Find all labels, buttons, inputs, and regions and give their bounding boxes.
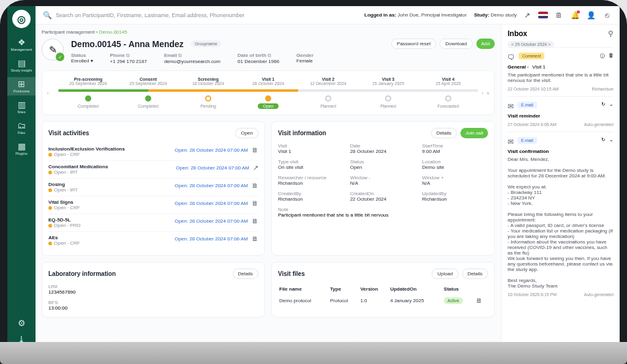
inbox-message[interactable]: ✉E-mail↻⌄ Visit reminder 27 October 2024… <box>508 96 614 132</box>
delete-icon[interactable]: 🗑 <box>609 53 614 59</box>
inbox-message[interactable]: 🗨Commentⓘ🗑 General · Visit 1 The partici… <box>508 47 614 96</box>
visit-activities-card: Visit activitiesOpen Inclusion/Exclusion… <box>42 121 265 256</box>
study-label: Study: <box>474 12 489 18</box>
dob-label: Date of birth ⧉ <box>238 53 279 59</box>
timeline-node[interactable] <box>265 95 271 102</box>
lrn-label: LR# <box>48 284 258 289</box>
bfs-value: 13:00:00 <box>48 305 258 311</box>
search-placeholder: Search on ParticipantID, Firstname, Last… <box>56 12 244 18</box>
logo: ◎ <box>12 10 31 28</box>
activity-action-icon[interactable]: 🗎 <box>252 217 258 225</box>
inbox-date[interactable]: < 29 October 2024 > <box>508 41 554 48</box>
inbox-message[interactable]: ✉E-mail↻⌄ Visit confirmation Dear Mrs. M… <box>508 132 614 302</box>
chevron-down-icon[interactable]: ⌄ <box>609 102 614 107</box>
lab-details-button[interactable]: Details <box>233 269 258 279</box>
activity-row[interactable]: AEsOpen · CRF Open: 28 October 2024 07:0… <box>48 232 258 249</box>
study-value: Demo study <box>490 12 517 18</box>
chevron-down-icon[interactable]: ⌄ <box>609 137 614 143</box>
refresh-icon[interactable]: ↻ <box>601 102 606 107</box>
activity-row[interactable]: Inclusion/Exclusion VerificationsOpen · … <box>48 143 258 161</box>
breadcrumb-current: Demo.00145 <box>99 29 127 35</box>
file-row[interactable]: Demo protocolProtocol1.04 January 2025Ac… <box>278 294 488 306</box>
timeline-end[interactable]: » <box>487 91 489 95</box>
phone-label: Phone ⧉ <box>110 53 147 59</box>
timeline-prev[interactable]: ‹ <box>47 91 48 95</box>
note-label: Note <box>278 207 488 212</box>
user-icon[interactable]: 👤 <box>585 10 596 21</box>
external-link-icon[interactable]: ↗ <box>522 10 533 21</box>
activity-row[interactable]: EQ-5D-5LOpen · PRO Open: 28 October 2024… <box>48 214 258 232</box>
message-tag: E-mail <box>517 102 537 108</box>
window-icon: ⊞ <box>18 80 25 88</box>
status-badge: ✓ <box>56 53 64 61</box>
nav-finclusive[interactable]: ⊞Finclusive <box>7 77 36 95</box>
inbox-panel: Inbox⚲ < 29 October 2024 > 🗨Commentⓘ🗑 Ge… <box>501 24 620 346</box>
status-value[interactable]: Enrolled ▾ <box>71 58 93 64</box>
nav-files[interactable]: 🗂Files <box>7 119 36 137</box>
phone-value: +1 294 170 2187 <box>110 59 147 64</box>
timeline-next[interactable]: › <box>482 91 483 95</box>
download-button[interactable]: Download <box>440 39 473 49</box>
copy-icon[interactable]: ⧉ <box>178 53 182 58</box>
files-table: File nameTypeVersionUpdatedOnStatus Demo… <box>278 284 488 306</box>
upload-file-button[interactable]: Upload <box>432 269 458 279</box>
timeline-node[interactable] <box>325 95 331 102</box>
sites-icon: ▥ <box>18 100 26 109</box>
visit-details-button[interactable]: Details <box>431 128 457 138</box>
info-icon[interactable]: ⓘ <box>600 53 605 59</box>
activity-action-icon[interactable]: 🗎 <box>252 235 258 242</box>
add-button[interactable]: Add <box>476 39 495 49</box>
locale-flag[interactable] <box>538 10 549 21</box>
activity-row[interactable]: Concomitant MedicationsOpen · IRT Open: … <box>48 161 258 179</box>
nav-sites[interactable]: ▥Sites <box>7 98 36 116</box>
avatar[interactable]: ✎✓ <box>42 39 64 61</box>
activity-row[interactable]: Vital SignsOpen · CRF Open: 28 October 2… <box>48 196 258 214</box>
file-open-icon[interactable]: 🗎 <box>476 297 482 304</box>
logged-in-value: John Doe, Principal Investigator <box>397 12 467 18</box>
session-meta: Logged in as: John Doe, Principal Invest… <box>364 12 517 18</box>
timeline-node[interactable] <box>385 95 391 102</box>
logout-icon[interactable]: ⎋ <box>601 10 612 21</box>
nav-management[interactable]: ❖Management <box>7 35 36 54</box>
open-activities-button[interactable]: Open <box>235 128 258 138</box>
visit-information-card: Visit informationDetailsJoin call VisitV… <box>271 121 495 256</box>
plugin-icon: ▦ <box>18 142 26 150</box>
bfs-label: BFS <box>48 300 258 305</box>
copy-icon[interactable]: ⧉ <box>268 53 271 58</box>
global-search[interactable]: 🔍 Search on ParticipantID, Firstname, La… <box>43 11 359 20</box>
activity-row[interactable]: DosingOpen · IRT Open: 28 October 2024 0… <box>48 179 258 196</box>
card-title: Visit activities <box>48 130 89 136</box>
flag-icon <box>538 12 548 18</box>
timeline-node[interactable] <box>445 95 451 102</box>
message-tag: E-mail <box>517 137 537 144</box>
password-reset-button[interactable]: Password reset <box>391 39 436 49</box>
bell-icon[interactable]: 🔔 <box>569 10 580 21</box>
nav-download[interactable]: ⤓ <box>7 332 36 346</box>
breadcrumb-parent[interactable]: Participant management <box>42 29 95 35</box>
group-pill: Groupname <box>191 40 221 47</box>
participant-header: ✎✓ Demo.00145 - Anna Mendez Groupname Pa… <box>42 39 495 64</box>
app-sidebar: ◎ ❖Management ▤Study insight ⊞Finclusive… <box>7 6 36 346</box>
card-title: Laboratory information <box>48 270 116 277</box>
dob-value: 01 December 1986 <box>238 59 279 64</box>
nav-settings[interactable]: ⚙ <box>7 316 36 330</box>
activity-action-icon[interactable]: 🗎 <box>252 182 258 189</box>
activity-action-icon[interactable]: 🗎 <box>252 146 258 154</box>
top-bar: 🔍 Search on ParticipantID, Firstname, La… <box>36 6 620 24</box>
nav-plugins[interactable]: ▦Plugins <box>7 139 36 158</box>
inbox-title: Inbox <box>508 29 527 38</box>
activity-action-icon[interactable]: ↗ <box>253 164 258 172</box>
timeline-node[interactable] <box>205 95 211 102</box>
timeline-node[interactable] <box>145 95 151 102</box>
activity-action-icon[interactable]: 🗎 <box>252 199 258 207</box>
files-details-button[interactable]: Details <box>462 269 488 279</box>
join-call-button[interactable]: Join call <box>460 128 488 138</box>
copy-icon[interactable]: ⧉ <box>126 53 130 58</box>
filter-icon[interactable]: ⚲ <box>608 29 614 38</box>
timeline-node[interactable] <box>85 95 91 102</box>
bars-icon: ▤ <box>18 59 26 67</box>
refresh-icon[interactable]: ↻ <box>601 137 606 143</box>
document-icon[interactable]: 🗎 <box>554 10 565 21</box>
grid-icon: ❖ <box>18 38 26 46</box>
nav-study-insight[interactable]: ▤Study insight <box>7 56 36 75</box>
